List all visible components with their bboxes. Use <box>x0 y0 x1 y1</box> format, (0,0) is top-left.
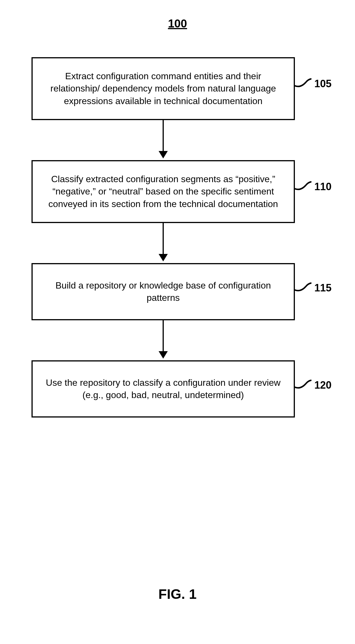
step-box-115: Build a repository or knowledge base of … <box>31 263 295 320</box>
arrow-icon <box>163 320 164 352</box>
step-ref-110: 110 <box>314 181 332 193</box>
diagram-number: 100 <box>0 17 355 30</box>
leader-hook-icon <box>295 180 311 192</box>
leader-hook-icon <box>295 77 311 89</box>
step-text: Classify extracted configuration segment… <box>44 173 282 210</box>
step-ref-120: 120 <box>314 379 332 391</box>
flowchart-canvas: 100 Extract configuration command entiti… <box>0 0 355 644</box>
arrowhead-icon <box>159 351 168 359</box>
step-box-110: Classify extracted configuration segment… <box>31 160 295 223</box>
step-text: Extract configuration command entities a… <box>44 70 282 107</box>
arrowhead-icon <box>159 254 168 261</box>
step-box-105: Extract configuration command entities a… <box>31 57 295 120</box>
step-box-120: Use the repository to classify a configu… <box>31 360 295 418</box>
step-text: Use the repository to classify a configu… <box>44 377 282 401</box>
arrow-icon <box>163 223 164 255</box>
step-ref-115: 115 <box>314 282 332 294</box>
leader-hook-icon <box>295 379 311 390</box>
arrow-icon <box>163 120 164 152</box>
step-ref-105: 105 <box>314 78 332 90</box>
step-text: Build a repository or knowledge base of … <box>44 279 282 304</box>
arrowhead-icon <box>159 151 168 158</box>
figure-label: FIG. 1 <box>0 586 355 602</box>
leader-hook-icon <box>295 281 311 293</box>
